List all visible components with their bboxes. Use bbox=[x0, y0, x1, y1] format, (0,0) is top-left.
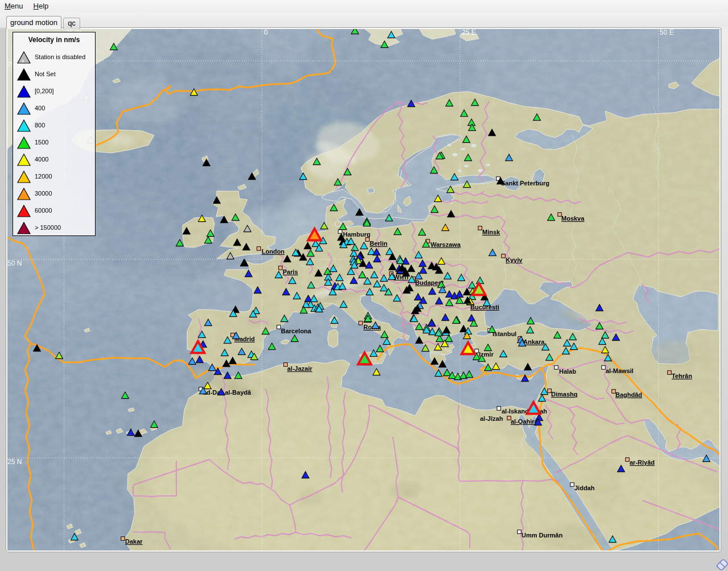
svg-text:al-Mawsil: al-Mawsil bbox=[606, 367, 634, 374]
svg-text:ar-Riyâd: ar-Riyâd bbox=[630, 459, 655, 466]
svg-text:Umm Durmân: Umm Durmân bbox=[522, 532, 562, 539]
svg-text:50 N: 50 N bbox=[7, 259, 22, 267]
svg-text:Minsk: Minsk bbox=[482, 229, 500, 235]
svg-text:Tehrân: Tehrân bbox=[672, 373, 692, 379]
svg-text:50 E: 50 E bbox=[660, 29, 674, 36]
svg-text:x: x bbox=[22, 58, 24, 64]
svg-text:Moskva: Moskva bbox=[561, 215, 585, 222]
svg-text:al-Qahira: al-Qahira bbox=[511, 418, 539, 425]
svg-text:Kyyiv: Kyyiv bbox=[506, 256, 523, 263]
svg-text:al-Jazair: al-Jazair bbox=[287, 365, 313, 372]
svg-text:Sankt Peterburg: Sankt Peterburg bbox=[501, 180, 549, 187]
svg-text:Dakar: Dakar bbox=[125, 538, 143, 545]
svg-text:Barcelona: Barcelona bbox=[281, 328, 312, 334]
svg-text:Dimashq: Dimashq bbox=[551, 391, 577, 398]
svg-text:al-Jîzah: al-Jîzah bbox=[480, 415, 503, 422]
svg-text:25 E: 25 E bbox=[462, 29, 476, 36]
svg-text:Jiddah: Jiddah bbox=[574, 485, 595, 491]
svg-text:Paris: Paris bbox=[283, 268, 298, 275]
svg-text:Berlin: Berlin bbox=[370, 240, 387, 247]
svg-text:London: London bbox=[262, 248, 285, 255]
svg-text:Halab: Halab bbox=[559, 368, 576, 375]
svg-text:Istanbul: Istanbul bbox=[493, 330, 516, 337]
svg-text:Ankara: Ankara bbox=[523, 338, 545, 345]
svg-text:Warszawa: Warszawa bbox=[431, 241, 461, 248]
svg-text:25 N: 25 N bbox=[7, 458, 22, 466]
svg-text:ad-Dar-al-Baydâ: ad-Dar-al-Baydâ bbox=[203, 389, 251, 396]
svg-text:Hamburg: Hamburg bbox=[343, 231, 370, 238]
svg-text:0: 0 bbox=[264, 29, 268, 36]
svg-text:Baghdâd: Baghdâd bbox=[615, 391, 642, 398]
